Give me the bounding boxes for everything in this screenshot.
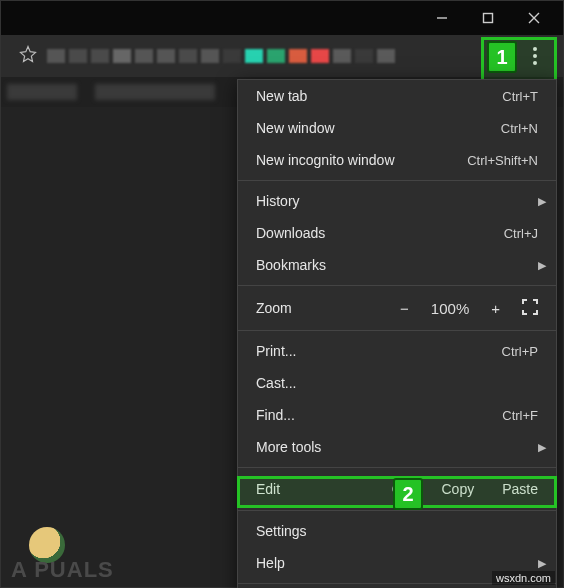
menu-label: New tab (256, 88, 307, 104)
menu-item-zoom: Zoom − 100% + (238, 290, 556, 326)
zoom-out-button[interactable]: − (400, 300, 409, 317)
menu-item-more-tools[interactable]: More tools ▶ (238, 431, 556, 463)
menu-separator (238, 330, 556, 331)
submenu-arrow-icon: ▶ (538, 557, 546, 570)
extension-icon[interactable] (333, 49, 351, 63)
extension-icon[interactable] (355, 49, 373, 63)
menu-label: More tools (256, 439, 321, 455)
menu-separator (238, 285, 556, 286)
zoom-value: 100% (431, 300, 469, 317)
menu-shortcut: Ctrl+J (504, 226, 538, 241)
browser-toolbar (1, 35, 563, 77)
menu-shortcut: Ctrl+Shift+N (467, 153, 538, 168)
menu-item-new-incognito[interactable]: New incognito window Ctrl+Shift+N (238, 144, 556, 176)
extension-icon[interactable] (135, 49, 153, 63)
menu-item-print[interactable]: Print... Ctrl+P (238, 335, 556, 367)
blurred-item (95, 84, 215, 100)
extension-icon[interactable] (69, 49, 87, 63)
zoom-in-button[interactable]: + (491, 300, 500, 317)
maximize-button[interactable] (465, 1, 511, 35)
menu-item-find[interactable]: Find... Ctrl+F (238, 399, 556, 431)
extension-icon[interactable] (201, 49, 219, 63)
menu-shortcut: Ctrl+N (501, 121, 538, 136)
svg-rect-0 (484, 14, 493, 23)
close-button[interactable] (511, 1, 557, 35)
menu-item-settings[interactable]: Settings (238, 515, 556, 547)
menu-label: Zoom (256, 300, 292, 316)
extension-icon[interactable] (377, 49, 395, 63)
source-watermark: wsxdn.com (492, 571, 555, 585)
extension-icon[interactable] (91, 49, 109, 63)
extension-icons (47, 49, 395, 63)
watermark-text: A PUALS (11, 557, 114, 583)
menu-shortcut: Ctrl+P (502, 344, 538, 359)
blurred-item (7, 84, 77, 100)
extension-icon[interactable] (245, 49, 263, 63)
bookmark-star-icon[interactable] (19, 45, 37, 67)
submenu-arrow-icon: ▶ (538, 441, 546, 454)
extension-icon[interactable] (47, 49, 65, 63)
extension-icon[interactable] (289, 49, 307, 63)
chrome-main-menu: New tab Ctrl+T New window Ctrl+N New inc… (237, 79, 557, 588)
callout-1-badge: 1 (487, 41, 517, 73)
callout-2-badge: 2 (393, 478, 423, 510)
extension-icon[interactable] (223, 49, 241, 63)
extension-icon[interactable] (113, 49, 131, 63)
menu-separator (238, 467, 556, 468)
menu-separator (238, 180, 556, 181)
menu-label: Downloads (256, 225, 325, 241)
extension-icon[interactable] (311, 49, 329, 63)
menu-shortcut: Ctrl+F (502, 408, 538, 423)
menu-label: Bookmarks (256, 257, 326, 273)
menu-item-history[interactable]: History ▶ (238, 185, 556, 217)
menu-item-cast[interactable]: Cast... (238, 367, 556, 399)
submenu-arrow-icon: ▶ (538, 195, 546, 208)
menu-label: Cast... (256, 375, 296, 391)
extension-icon[interactable] (157, 49, 175, 63)
menu-separator (238, 510, 556, 511)
browser-window: A PUALS 1 New tab Ctrl+T New window Ctrl… (0, 0, 564, 588)
menu-label: New window (256, 120, 335, 136)
window-titlebar (1, 1, 563, 35)
fullscreen-icon[interactable] (522, 299, 538, 318)
menu-shortcut: Ctrl+T (502, 89, 538, 104)
menu-label: History (256, 193, 300, 209)
minimize-button[interactable] (419, 1, 465, 35)
submenu-arrow-icon: ▶ (538, 259, 546, 272)
extension-icon[interactable] (267, 49, 285, 63)
menu-item-downloads[interactable]: Downloads Ctrl+J (238, 217, 556, 249)
menu-label: Help (256, 555, 285, 571)
menu-item-new-window[interactable]: New window Ctrl+N (238, 112, 556, 144)
menu-label: New incognito window (256, 152, 395, 168)
menu-label: Find... (256, 407, 295, 423)
menu-label: Print... (256, 343, 296, 359)
menu-item-bookmarks[interactable]: Bookmarks ▶ (238, 249, 556, 281)
extension-icon[interactable] (179, 49, 197, 63)
menu-item-new-tab[interactable]: New tab Ctrl+T (238, 80, 556, 112)
menu-label: Settings (256, 523, 307, 539)
